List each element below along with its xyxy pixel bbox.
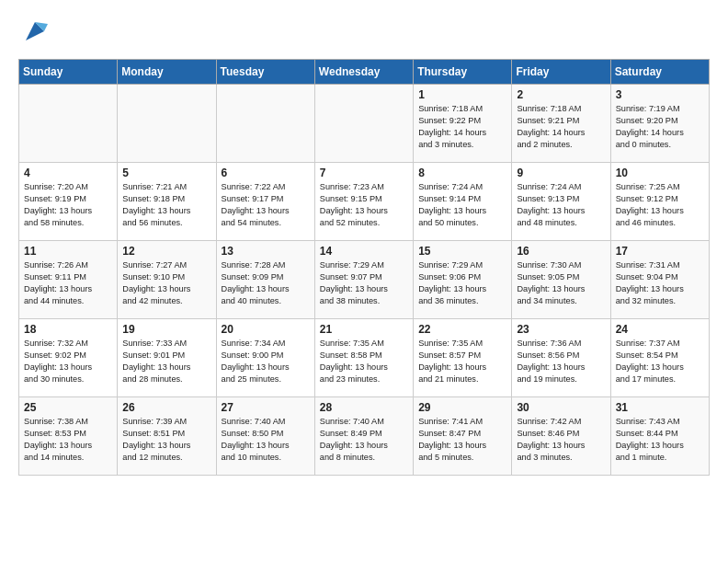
day-number: 23 [517,323,605,336]
calendar-cell: 11Sunrise: 7:26 AM Sunset: 9:11 PM Dayli… [19,241,118,319]
calendar-cell: 22Sunrise: 7:35 AM Sunset: 8:57 PM Dayli… [414,319,512,397]
day-info: Sunrise: 7:24 AM Sunset: 9:14 PM Dayligh… [418,181,506,229]
day-info: Sunrise: 7:33 AM Sunset: 9:01 PM Dayligh… [122,338,210,385]
col-header-sunday: Sunday [19,60,118,85]
calendar-cell: 8Sunrise: 7:24 AM Sunset: 9:14 PM Daylig… [414,163,512,241]
calendar-cell: 30Sunrise: 7:42 AM Sunset: 8:46 PM Dayli… [512,397,610,476]
calendar-cell: 18Sunrise: 7:32 AM Sunset: 9:02 PM Dayli… [19,319,118,397]
calendar-week-row: 1Sunrise: 7:18 AM Sunset: 9:22 PM Daylig… [19,85,710,163]
day-number: 11 [24,245,112,258]
col-header-friday: Friday [512,60,610,85]
col-header-saturday: Saturday [610,60,709,85]
page-header [18,18,710,44]
day-number: 15 [418,245,506,258]
calendar-cell: 2Sunrise: 7:18 AM Sunset: 9:21 PM Daylig… [512,85,610,163]
day-number: 14 [320,245,408,258]
day-number: 21 [320,323,408,336]
day-info: Sunrise: 7:31 AM Sunset: 9:04 PM Dayligh… [616,259,704,307]
day-info: Sunrise: 7:41 AM Sunset: 8:47 PM Dayligh… [418,416,506,464]
day-number: 2 [517,88,605,101]
day-info: Sunrise: 7:19 AM Sunset: 9:20 PM Dayligh… [616,103,704,151]
day-number: 20 [222,323,310,336]
col-header-monday: Monday [118,60,216,85]
calendar-cell: 23Sunrise: 7:36 AM Sunset: 8:56 PM Dayli… [512,319,610,397]
calendar-cell: 12Sunrise: 7:27 AM Sunset: 9:10 PM Dayli… [118,241,216,319]
day-number: 12 [122,245,210,258]
calendar-cell: 14Sunrise: 7:29 AM Sunset: 9:07 PM Dayli… [314,241,413,319]
day-number: 9 [517,167,605,179]
day-info: Sunrise: 7:23 AM Sunset: 9:15 PM Dayligh… [320,181,408,229]
day-info: Sunrise: 7:20 AM Sunset: 9:19 PM Dayligh… [24,181,112,229]
day-info: Sunrise: 7:40 AM Sunset: 8:50 PM Dayligh… [222,416,310,464]
day-number: 4 [24,167,112,179]
day-number: 26 [122,401,210,414]
calendar-cell: 20Sunrise: 7:34 AM Sunset: 9:00 PM Dayli… [216,319,314,397]
calendar-cell: 3Sunrise: 7:19 AM Sunset: 9:20 PM Daylig… [610,85,709,163]
day-info: Sunrise: 7:25 AM Sunset: 9:12 PM Dayligh… [616,181,704,229]
calendar-cell: 4Sunrise: 7:20 AM Sunset: 9:19 PM Daylig… [19,163,118,241]
calendar-table: SundayMondayTuesdayWednesdayThursdayFrid… [18,59,710,476]
calendar-cell: 9Sunrise: 7:24 AM Sunset: 9:13 PM Daylig… [512,163,610,241]
day-info: Sunrise: 7:37 AM Sunset: 8:54 PM Dayligh… [616,338,704,385]
calendar-cell: 29Sunrise: 7:41 AM Sunset: 8:47 PM Dayli… [414,397,512,476]
calendar-week-row: 11Sunrise: 7:26 AM Sunset: 9:11 PM Dayli… [19,241,710,319]
calendar-cell: 1Sunrise: 7:18 AM Sunset: 9:22 PM Daylig… [414,85,512,163]
calendar-cell [216,85,314,163]
day-number: 28 [320,401,408,414]
calendar-cell: 13Sunrise: 7:28 AM Sunset: 9:09 PM Dayli… [216,241,314,319]
calendar-cell: 6Sunrise: 7:22 AM Sunset: 9:17 PM Daylig… [216,163,314,241]
calendar-cell: 26Sunrise: 7:39 AM Sunset: 8:51 PM Dayli… [118,397,216,476]
day-info: Sunrise: 7:24 AM Sunset: 9:13 PM Dayligh… [517,181,605,229]
col-header-thursday: Thursday [414,60,512,85]
day-number: 7 [320,167,408,179]
calendar-cell: 5Sunrise: 7:21 AM Sunset: 9:18 PM Daylig… [118,163,216,241]
day-number: 5 [122,167,210,179]
calendar-cell: 19Sunrise: 7:33 AM Sunset: 9:01 PM Dayli… [118,319,216,397]
day-number: 18 [24,323,112,336]
day-number: 6 [222,167,310,179]
day-info: Sunrise: 7:40 AM Sunset: 8:49 PM Dayligh… [320,416,408,464]
day-info: Sunrise: 7:35 AM Sunset: 8:58 PM Dayligh… [320,338,408,385]
calendar-cell: 16Sunrise: 7:30 AM Sunset: 9:05 PM Dayli… [512,241,610,319]
calendar-cell: 7Sunrise: 7:23 AM Sunset: 9:15 PM Daylig… [314,163,413,241]
day-number: 31 [616,401,704,414]
calendar-week-row: 25Sunrise: 7:38 AM Sunset: 8:53 PM Dayli… [19,397,710,476]
day-info: Sunrise: 7:22 AM Sunset: 9:17 PM Dayligh… [222,181,310,229]
day-number: 25 [24,401,112,414]
day-info: Sunrise: 7:35 AM Sunset: 8:57 PM Dayligh… [418,338,506,385]
day-info: Sunrise: 7:39 AM Sunset: 8:51 PM Dayligh… [122,416,210,464]
day-number: 3 [616,88,704,101]
day-number: 29 [418,401,506,414]
logo [18,18,48,44]
day-info: Sunrise: 7:32 AM Sunset: 9:02 PM Dayligh… [24,338,112,385]
day-info: Sunrise: 7:28 AM Sunset: 9:09 PM Dayligh… [222,259,310,307]
day-number: 19 [122,323,210,336]
day-number: 30 [517,401,605,414]
calendar-cell: 25Sunrise: 7:38 AM Sunset: 8:53 PM Dayli… [19,397,118,476]
day-info: Sunrise: 7:18 AM Sunset: 9:22 PM Dayligh… [418,103,506,151]
calendar-cell: 28Sunrise: 7:40 AM Sunset: 8:49 PM Dayli… [314,397,413,476]
calendar-cell [314,85,413,163]
day-info: Sunrise: 7:29 AM Sunset: 9:07 PM Dayligh… [320,259,408,307]
day-number: 10 [616,167,704,179]
day-info: Sunrise: 7:34 AM Sunset: 9:00 PM Dayligh… [222,338,310,385]
day-info: Sunrise: 7:29 AM Sunset: 9:06 PM Dayligh… [418,259,506,307]
day-number: 27 [222,401,310,414]
calendar-cell: 15Sunrise: 7:29 AM Sunset: 9:06 PM Dayli… [414,241,512,319]
day-number: 24 [616,323,704,336]
calendar-cell: 17Sunrise: 7:31 AM Sunset: 9:04 PM Dayli… [610,241,709,319]
day-info: Sunrise: 7:38 AM Sunset: 8:53 PM Dayligh… [24,416,112,464]
day-info: Sunrise: 7:30 AM Sunset: 9:05 PM Dayligh… [517,259,605,307]
day-number: 13 [222,245,310,258]
calendar-cell: 27Sunrise: 7:40 AM Sunset: 8:50 PM Dayli… [216,397,314,476]
logo-icon [22,18,48,44]
calendar-cell: 31Sunrise: 7:43 AM Sunset: 8:44 PM Dayli… [610,397,709,476]
col-header-tuesday: Tuesday [216,60,314,85]
calendar-cell: 24Sunrise: 7:37 AM Sunset: 8:54 PM Dayli… [610,319,709,397]
day-info: Sunrise: 7:27 AM Sunset: 9:10 PM Dayligh… [122,259,210,307]
calendar-header-row: SundayMondayTuesdayWednesdayThursdayFrid… [19,60,710,85]
calendar-cell [19,85,118,163]
calendar-cell [118,85,216,163]
day-info: Sunrise: 7:26 AM Sunset: 9:11 PM Dayligh… [24,259,112,307]
calendar-week-row: 18Sunrise: 7:32 AM Sunset: 9:02 PM Dayli… [19,319,710,397]
